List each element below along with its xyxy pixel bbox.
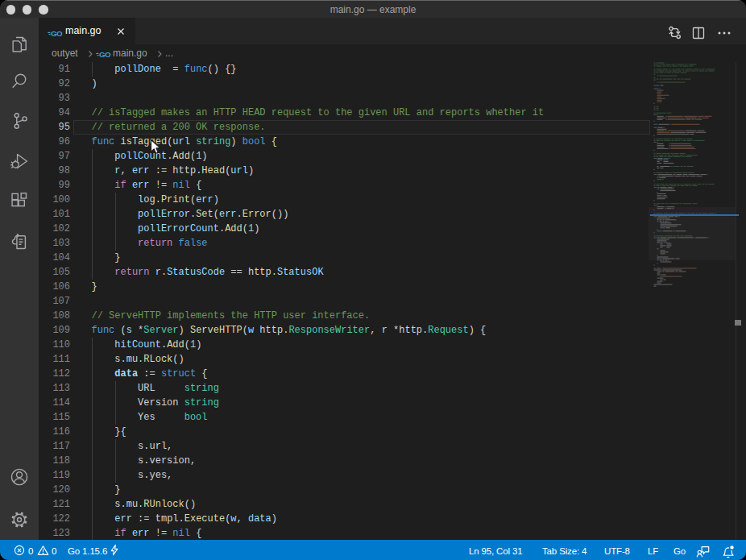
svg-text:GO: GO [51, 30, 63, 39]
svg-text:GO: GO [99, 51, 111, 60]
